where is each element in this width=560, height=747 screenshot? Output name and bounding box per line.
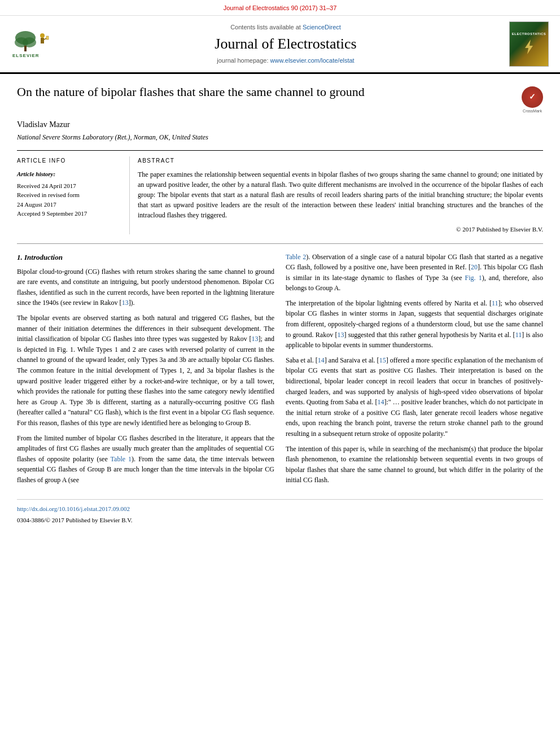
footer-issn: 0304-3886/© 2017 Published by Elsevier B…: [17, 516, 543, 525]
sciencedirect-line: Contents lists available at ScienceDirec…: [68, 23, 504, 32]
abstract-column: ABSTRACT The paper examines the relation…: [138, 156, 543, 234]
header-center: Contents lists available at ScienceDirec…: [68, 23, 504, 65]
article-title-section: On the nature of bipolar flashes that sh…: [17, 84, 543, 115]
right-para4: The intention of this paper is, while in…: [286, 444, 543, 486]
section-divider: [17, 243, 543, 244]
sciencedirect-label: Contents lists available at: [230, 24, 301, 30]
article-content: On the nature of bipolar flashes that sh…: [0, 74, 560, 534]
journal-citation: Journal of Electrostatics 90 (2017) 31–3…: [224, 5, 337, 11]
svg-point-5: [40, 33, 45, 38]
intro-para3: From the limited number of bipolar CG fl…: [17, 433, 274, 486]
homepage-link[interactable]: www.elsevier.com/locate/elstat: [270, 57, 355, 64]
right-para2: The interpretation of the bipolar lightn…: [286, 298, 543, 351]
author-name: Vladislav Mazur: [17, 119, 543, 130]
article-history-label: Article history:: [17, 169, 121, 179]
journal-cover: ELECTROSTATICS: [509, 21, 549, 67]
abstract-heading: ABSTRACT: [138, 156, 543, 165]
crossmark-container: ✓ CrossMark: [522, 86, 543, 115]
homepage-label: journal homepage:: [217, 57, 268, 64]
section1-title: 1. Introduction: [17, 252, 274, 263]
intro-para1: Bipolar cloud-to-ground (CG) flashes wit…: [17, 267, 274, 308]
svg-rect-6: [41, 38, 44, 43]
body-column-right: Table 2). Observation of a single case o…: [286, 252, 543, 490]
journal-cover-image: ELECTROSTATICS: [509, 21, 549, 67]
received-date: Received 24 April 2017: [17, 181, 121, 191]
revised-date: 24 August 2017: [17, 200, 121, 209]
right-para1: Table 2). Observation of a single case o…: [286, 252, 543, 294]
article-footer: http://dx.doi.org/10.1016/j.elstat.2017.…: [17, 499, 543, 525]
article-info-heading: ARTICLE INFO: [17, 156, 121, 165]
homepage-line: journal homepage: www.elsevier.com/locat…: [68, 56, 504, 65]
abstract-text: The paper examines the relationship betw…: [138, 169, 543, 220]
affiliation: National Severe Storms Laboratory (Ret.)…: [17, 132, 543, 142]
body-two-columns: 1. Introduction Bipolar cloud-to-ground …: [17, 252, 543, 490]
page: Journal of Electrostatics 90 (2017) 31–3…: [0, 0, 560, 747]
revised-label: Received in revised form: [17, 190, 121, 200]
crossmark-badge[interactable]: ✓: [522, 86, 543, 108]
accepted-date: Accepted 9 September 2017: [17, 209, 121, 219]
svg-marker-10: [525, 40, 533, 54]
article-title: On the nature of bipolar flashes that sh…: [17, 84, 516, 101]
intro-para2: The bipolar events are observed starting…: [17, 313, 274, 429]
svg-rect-8: [46, 36, 49, 40]
journal-name: Journal of Electrostatics: [68, 33, 504, 55]
header-banner: ELSEVIER Contents lists available at Sci…: [0, 16, 560, 74]
crossmark-label: CrossMark: [522, 108, 543, 115]
svg-text:ELSEVIER: ELSEVIER: [12, 53, 40, 58]
svg-rect-4: [24, 46, 27, 51]
article-info-column: ARTICLE INFO Article history: Received 2…: [17, 156, 130, 234]
elsevier-logo: ELSEVIER: [11, 25, 62, 63]
footer-doi[interactable]: http://dx.doi.org/10.1016/j.elstat.2017.…: [17, 504, 543, 514]
copyright-line: © 2017 Published by Elsevier B.V.: [138, 225, 543, 234]
sciencedirect-link[interactable]: ScienceDirect: [303, 24, 341, 30]
journal-citation-bar: Journal of Electrostatics 90 (2017) 31–3…: [0, 0, 560, 16]
body-column-left: 1. Introduction Bipolar cloud-to-ground …: [17, 252, 274, 490]
article-meta-section: ARTICLE INFO Article history: Received 2…: [17, 150, 543, 234]
right-para3: Saba et al. [14] and Saraiva et al. [15]…: [286, 355, 543, 439]
flashes-word: flashes: [58, 465, 77, 473]
